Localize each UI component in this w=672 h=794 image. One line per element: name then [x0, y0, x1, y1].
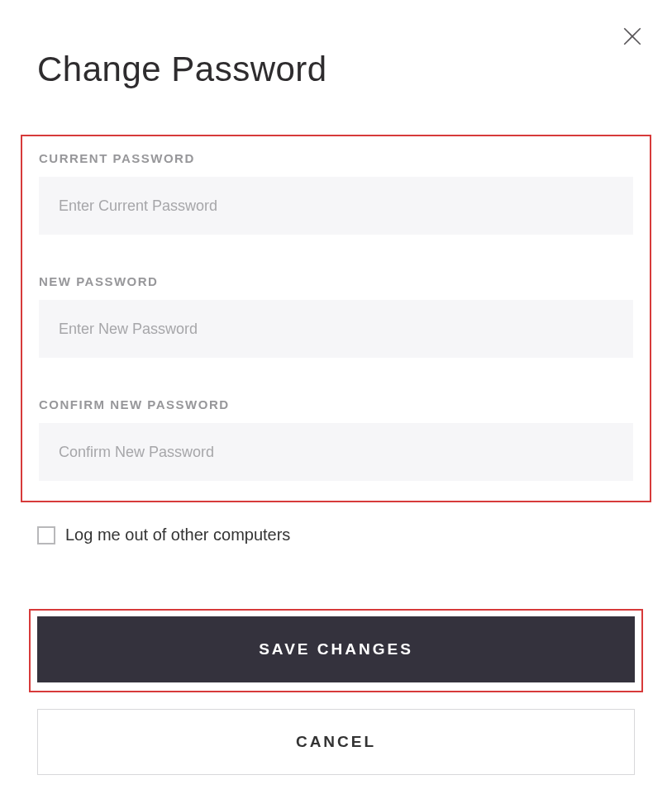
confirm-password-input[interactable]: [39, 423, 633, 481]
save-button-section: SAVE CHANGES: [29, 609, 643, 692]
current-password-label: CURRENT PASSWORD: [39, 151, 633, 165]
logout-checkbox-label: Log me out of other computers: [65, 525, 290, 544]
new-password-input[interactable]: [39, 300, 633, 358]
current-password-input[interactable]: [39, 177, 633, 235]
current-password-group: CURRENT PASSWORD: [39, 151, 633, 235]
cancel-button[interactable]: CANCEL: [37, 709, 635, 775]
new-password-group: NEW PASSWORD: [39, 274, 633, 358]
password-form-section: CURRENT PASSWORD NEW PASSWORD CONFIRM NE…: [21, 135, 651, 502]
page-title: Change Password: [37, 50, 635, 89]
save-changes-button[interactable]: SAVE CHANGES: [37, 616, 635, 682]
new-password-label: NEW PASSWORD: [39, 274, 633, 288]
logout-checkbox[interactable]: [37, 526, 55, 544]
logout-checkbox-row[interactable]: Log me out of other computers: [37, 525, 635, 544]
confirm-password-group: CONFIRM NEW PASSWORD: [39, 397, 633, 481]
close-button[interactable]: [619, 23, 646, 50]
confirm-password-label: CONFIRM NEW PASSWORD: [39, 397, 633, 411]
close-icon: [622, 26, 643, 47]
